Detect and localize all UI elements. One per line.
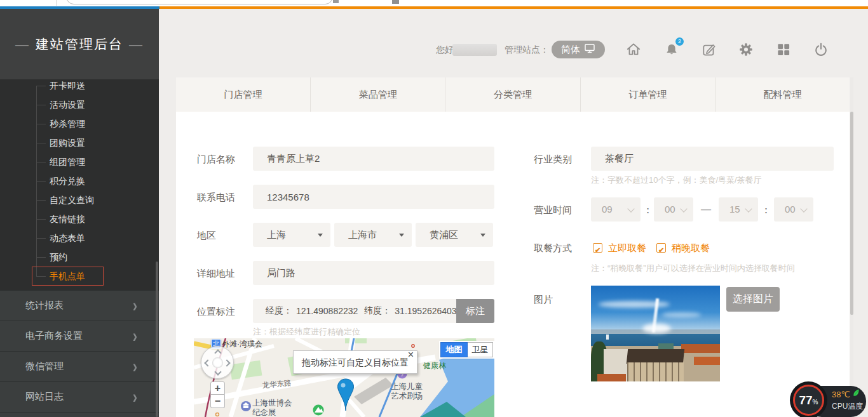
- language-site-button[interactable]: 简体: [552, 41, 605, 58]
- sidebar-submenu: 开卡即送 活动设置 秒杀管理 团购设置 组团管理 积分兑换 自定义查询 友情链接…: [0, 76, 159, 286]
- start-hour-select[interactable]: 09: [591, 197, 641, 222]
- chevron-down-icon: [800, 205, 807, 212]
- zoom-out-button[interactable]: −: [210, 395, 225, 408]
- chevron-right-icon: ›: [133, 357, 137, 376]
- map-pan-control[interactable]: [201, 346, 234, 379]
- tab-ingredient-management[interactable]: 配料管理: [715, 77, 850, 112]
- chevron-right-icon: ›: [133, 388, 137, 406]
- active-item-highlight: [32, 267, 104, 286]
- cpu-percent-unit: %: [813, 399, 818, 406]
- pickup-later-checkbox[interactable]: [656, 243, 666, 253]
- content-scrollbar[interactable]: [850, 77, 853, 417]
- sidebar-groups: 统计报表 › 电子商务设置 › 微信管理 › 网站日志 ›: [0, 290, 159, 417]
- title-decor: —: [129, 37, 144, 52]
- pickup-later-label[interactable]: 稍晚取餐: [672, 242, 710, 255]
- tab-category-management[interactable]: 分类管理: [445, 77, 580, 112]
- coordinates-field[interactable]: 经度： 121.490882232 纬度： 31.1952626403: [253, 299, 456, 323]
- industry-note: 注：字数不超过10个字，例：美食/粤菜/茶餐厅: [591, 175, 762, 186]
- main-panel: 门店管理 菜品管理 分类管理 订单管理 配料管理 门店名称 联系电话 地区 上海…: [176, 77, 850, 417]
- tab-store-management[interactable]: 门店管理: [176, 77, 310, 112]
- manage-site-label: 管理站点：: [505, 41, 549, 58]
- latitude-label: 纬度：: [364, 305, 391, 317]
- industry-input[interactable]: [591, 147, 834, 171]
- image-label: 图片: [534, 294, 553, 306]
- tab-dish-management[interactable]: 菜品管理: [310, 77, 445, 112]
- hours-label: 营业时间: [534, 204, 572, 216]
- sidebar-item-flash-sale[interactable]: 秒杀管理: [0, 114, 159, 133]
- sidebar-item-dynamic-form[interactable]: 动态表单: [0, 228, 159, 248]
- notification-badge: 2: [675, 37, 684, 46]
- location-note: 注：根据经纬度进行精确定位: [253, 326, 360, 338]
- sidebar-item-activity[interactable]: 活动设置: [0, 95, 159, 114]
- divider: [56, 0, 57, 6]
- sidebar-item-card-gift[interactable]: 开卡即送: [0, 76, 159, 95]
- map-label-theater1: 上海儿童: [391, 382, 423, 391]
- time-colon: :: [764, 204, 768, 215]
- scrollbar-thumb[interactable]: [850, 112, 853, 315]
- map-label-park: 健康林: [423, 361, 447, 370]
- pan-right-icon[interactable]: [223, 359, 230, 366]
- apps-grid-icon[interactable]: [775, 41, 792, 58]
- power-logout-icon[interactable]: [813, 41, 829, 58]
- pickup-now-checkbox[interactable]: [593, 243, 602, 253]
- location-label: 位置标注: [197, 306, 235, 318]
- address-input[interactable]: [253, 261, 494, 285]
- sidebar-group-wechat[interactable]: 微信管理 ›: [0, 351, 159, 381]
- pickup-label: 取餐方式: [534, 242, 572, 255]
- sidebar-item-custom-query[interactable]: 自定义查询: [0, 190, 159, 209]
- pan-down-icon[interactable]: [214, 368, 221, 375]
- notifications-bell-icon[interactable]: 2: [663, 41, 680, 58]
- sidebar-group-site-log[interactable]: 网站日志 ›: [0, 381, 159, 412]
- edit-pen-icon[interactable]: [701, 41, 717, 58]
- choose-image-button[interactable]: 选择图片: [726, 287, 780, 312]
- browser-chrome-sliver: [0, 0, 868, 6]
- map-view-button[interactable]: 地图: [440, 342, 468, 357]
- province-select[interactable]: 上海: [253, 223, 330, 247]
- map-label-theater2: 艺术剧场: [391, 392, 423, 400]
- sidebar-item-links[interactable]: 友情链接: [0, 209, 159, 228]
- pan-knob[interactable]: [212, 357, 223, 368]
- pickup-now-label[interactable]: 立即取餐: [608, 242, 646, 255]
- mark-location-button[interactable]: 标注: [456, 299, 494, 323]
- sidebar-item-mobile-ordering[interactable]: 手机点单: [0, 267, 159, 286]
- chevron-down-icon: [680, 205, 687, 212]
- sidebar-item-group-manage[interactable]: 组团管理: [0, 152, 159, 171]
- store-photo: [591, 286, 720, 381]
- zoom-in-button[interactable]: +: [210, 381, 225, 395]
- city-select[interactable]: 上海市: [334, 223, 412, 247]
- phone-label: 联系电话: [197, 192, 235, 204]
- phone-input[interactable]: [253, 185, 494, 209]
- title-decor: —: [15, 37, 30, 52]
- sidebar-group-reports[interactable]: 统计报表 ›: [0, 290, 159, 321]
- browser-address-box[interactable]: [66, 0, 333, 4]
- address-label: 详细地址: [197, 268, 235, 280]
- tooltip-close-icon[interactable]: ×: [408, 350, 414, 360]
- pan-left-icon[interactable]: [204, 359, 211, 366]
- end-minute-select[interactable]: 00: [774, 197, 813, 222]
- dropdown-arrow-icon: [399, 234, 404, 237]
- sidebar-group-ecommerce[interactable]: 电子商务设置 ›: [0, 321, 159, 351]
- sidebar-item-group-buy[interactable]: 团购设置: [0, 133, 159, 152]
- satellite-view-button[interactable]: 卫星: [468, 342, 493, 357]
- sidebar-scrollbar[interactable]: [156, 261, 158, 417]
- sidebar-item-reservation[interactable]: 预约: [0, 248, 159, 267]
- home-icon[interactable]: [625, 41, 642, 58]
- topbar-blue-accent: [0, 6, 159, 9]
- cpu-temperature: 38℃: [832, 390, 850, 399]
- start-minute-select[interactable]: 00: [654, 197, 693, 222]
- district-select[interactable]: 黄浦区: [416, 223, 493, 247]
- store-name-input[interactable]: [253, 147, 494, 171]
- monitor-icon: [585, 44, 595, 55]
- longitude-value: 121.490882232: [296, 306, 358, 316]
- cpu-monitor-widget[interactable]: 77 % 38℃ CPU温度: [790, 381, 866, 417]
- map[interactable]: ♪ 外滩·湾璞会 龙华东路 上海世博会 纪念展 上海儿童 艺术剧场 健康林 北: [194, 338, 494, 417]
- header: 您好 管理站点： 简体 2: [159, 9, 868, 77]
- sidebar: — 建站管理后台 — 开卡即送 活动设置 秒杀管理 团购设置 组团管理 积分兑换…: [0, 9, 159, 417]
- end-hour-select[interactable]: 15: [719, 197, 758, 222]
- sidebar-item-points[interactable]: 积分兑换: [0, 171, 159, 190]
- pan-up-icon[interactable]: [214, 349, 221, 356]
- topbar-orange-accent: [159, 6, 868, 9]
- map-label-expo1: 上海世博会: [252, 399, 292, 407]
- tab-order-management[interactable]: 订单管理: [580, 77, 715, 112]
- settings-gear-icon[interactable]: [738, 41, 754, 58]
